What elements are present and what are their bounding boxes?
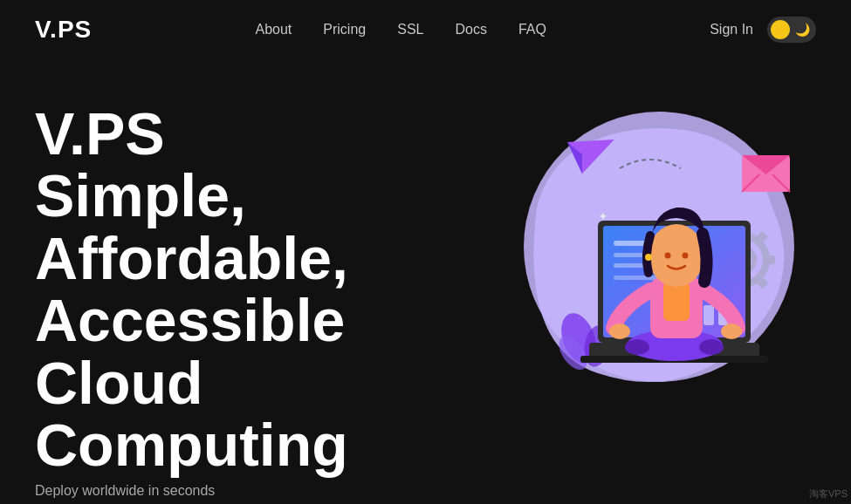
hero-title: V.PS Simple, Affordable, Accessible Clou… [35, 103, 484, 476]
hero-text: V.PS Simple, Affordable, Accessible Clou… [35, 94, 484, 504]
nav-links: About Pricing SSL Docs FAQ [256, 22, 546, 37]
logo[interactable]: V.PS [35, 16, 92, 44]
hero-title-line3: Accessible [35, 289, 484, 351]
svg-point-48 [645, 254, 652, 261]
svg-point-45 [649, 224, 704, 287]
sun-icon [771, 20, 790, 39]
svg-point-47 [683, 253, 689, 259]
hero-title-line1: V.PS [35, 103, 484, 165]
hero-section: V.PS Simple, Affordable, Accessible Clou… [0, 59, 851, 504]
nav-faq[interactable]: FAQ [518, 22, 546, 37]
svg-point-46 [665, 253, 671, 259]
svg-point-39 [699, 339, 724, 355]
nav-right: Sign In 🌙 [710, 17, 816, 43]
nav-about[interactable]: About [256, 22, 292, 37]
svg-rect-41 [663, 282, 690, 321]
hero-svg: ✦ ✦ ✦ [484, 85, 816, 399]
svg-rect-5 [763, 255, 775, 264]
nav-ssl[interactable]: SSL [397, 22, 423, 37]
hero-title-line4: Cloud Computing [35, 352, 484, 477]
sign-in-link[interactable]: Sign In [710, 22, 753, 37]
hero-subtitle: Deploy worldwide in seconds [35, 483, 484, 499]
hero-illustration: ✦ ✦ ✦ [484, 85, 816, 399]
watermark: 淘客VPS [809, 487, 848, 501]
svg-point-43 [721, 324, 742, 339]
svg-point-42 [609, 324, 630, 339]
svg-rect-35 [703, 305, 714, 325]
theme-toggle[interactable]: 🌙 [767, 17, 816, 43]
nav-pricing[interactable]: Pricing [323, 22, 366, 37]
nav-docs[interactable]: Docs [455, 22, 486, 37]
moon-icon: 🌙 [795, 23, 810, 37]
hero-title-line2: Simple, Affordable, [35, 165, 484, 289]
svg-point-38 [625, 339, 649, 355]
navbar: V.PS About Pricing SSL Docs FAQ Sign In … [0, 0, 851, 59]
